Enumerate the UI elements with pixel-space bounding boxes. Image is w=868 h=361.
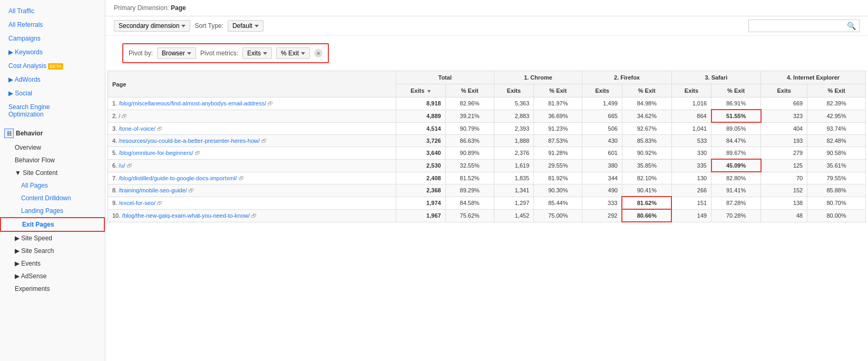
main-header: Primary Dimension: Page xyxy=(105,0,868,16)
ff-pct-cell: 34.62% xyxy=(622,110,671,122)
sidebar-item-campaigns[interactable]: Campaigns xyxy=(0,32,105,45)
sidebar-item-overview[interactable]: Overview xyxy=(0,141,105,154)
sidebar-item-content-drilldown[interactable]: Content Drilldown xyxy=(0,192,105,204)
safari-pct-cell: 70.28% xyxy=(711,209,761,222)
safari-exits-cell: 533 xyxy=(671,135,711,147)
row-num: 3. xyxy=(112,125,117,132)
pivot-by-dropdown[interactable]: Browser xyxy=(157,47,196,59)
pivot-by-value: Browser xyxy=(162,50,185,57)
ff-exits-cell: 380 xyxy=(582,159,622,172)
sidebar-item-seo[interactable]: Search EngineOptimization xyxy=(0,100,105,121)
sidebar-item-cost-analysis[interactable]: Cost AnalysisBETA xyxy=(0,59,105,73)
pivot-close-button[interactable]: ✕ xyxy=(314,49,323,57)
page-link[interactable]: /u/ xyxy=(119,162,125,169)
page-link[interactable]: / xyxy=(119,113,120,119)
ie-pct-cell: 80.70% xyxy=(807,197,866,209)
page-link[interactable]: /blog/distilled/guide-to-google-docs-imp… xyxy=(119,175,237,181)
ie-exits-cell: 279 xyxy=(761,147,807,160)
search-input[interactable] xyxy=(752,22,847,30)
sidebar-item-landing-pages[interactable]: Landing Pages xyxy=(0,204,105,217)
total-exits-cell: 2,368 xyxy=(396,184,445,197)
sub-ie-pct: % Exit xyxy=(807,84,866,97)
safari-pct-cell: 89.05% xyxy=(711,122,761,135)
primary-dimension-value: Page xyxy=(171,4,186,12)
sidebar-item-all-traffic[interactable]: All Traffic xyxy=(0,4,105,18)
row-num: 10. xyxy=(112,212,120,219)
sub-safari-pct: % Exit xyxy=(711,84,761,97)
page-link[interactable]: /tone-of-voice/ xyxy=(119,125,155,132)
pivot-by-label: Pivot by: xyxy=(129,50,153,57)
col-total: Total xyxy=(396,71,494,84)
external-link-icon: 🗗 xyxy=(189,188,194,193)
row-num: 9. xyxy=(112,200,117,206)
safari-pct-cell: 87.28% xyxy=(711,197,761,209)
page-link[interactable]: /blog/omniture-for-beginners/ xyxy=(119,150,193,156)
row-num: 5. xyxy=(112,150,117,156)
chrome-pct-cell: 81.97% xyxy=(534,97,582,110)
sidebar-item-adsense[interactable]: ▶ AdSense xyxy=(0,270,105,282)
chrome-pct-cell: 87.53% xyxy=(534,135,582,147)
search-box[interactable]: 🔍 xyxy=(748,19,860,32)
sidebar-item-exit-pages[interactable]: Exit Pages xyxy=(0,217,105,232)
safari-exits-cell: 864 xyxy=(671,110,711,122)
chrome-exits-cell: 1,888 xyxy=(494,135,534,147)
ie-pct-cell: 42.95% xyxy=(807,110,866,122)
row-num: 8. xyxy=(112,187,117,193)
pivot-pct-exit-dropdown[interactable]: % Exit xyxy=(276,47,310,59)
sidebar-item-site-speed[interactable]: ▶ Site Speed xyxy=(0,232,105,245)
sidebar-item-behavior-flow[interactable]: Behavior Flow xyxy=(0,154,105,167)
total-pct-cell: 32.55% xyxy=(445,159,494,172)
table-row: 8. /training/mobile-seo-guide/ 🗗 xyxy=(108,184,396,197)
chrome-exits-cell: 1,297 xyxy=(494,197,534,209)
sort-icon xyxy=(427,90,431,93)
beta-badge: BETA xyxy=(48,63,63,70)
sidebar-item-site-content[interactable]: ▼ Site Content xyxy=(0,167,105,179)
sidebar-item-social[interactable]: ▶ Social xyxy=(0,86,105,100)
sidebar-item-experiments[interactable]: Experiments xyxy=(0,282,105,295)
row-num: 6. xyxy=(112,162,117,169)
chrome-pct-cell: 85.44% xyxy=(534,197,582,209)
page-link[interactable]: /excel-for-seo/ xyxy=(119,200,155,206)
sidebar-item-events[interactable]: ▶ Events xyxy=(0,257,105,270)
safari-pct-cell: 82.80% xyxy=(711,172,761,184)
sidebar-item-adwords[interactable]: ▶ AdWords xyxy=(0,73,105,86)
ie-exits-cell: 323 xyxy=(761,110,807,122)
sidebar-item-keywords[interactable]: ▶ Keywords xyxy=(0,45,105,59)
chrome-pct-cell: 91.28% xyxy=(534,147,582,160)
sidebar-item-all-referrals[interactable]: All Referrals xyxy=(0,18,105,32)
total-exits-cell: 4,889 xyxy=(396,110,445,122)
safari-exits-cell: 149 xyxy=(671,209,711,222)
safari-exits-cell: 266 xyxy=(671,184,711,197)
ff-pct-cell: 82.10% xyxy=(622,172,671,184)
sort-type-dropdown[interactable]: Default xyxy=(228,20,264,32)
safari-pct-cell: 84.47% xyxy=(711,135,761,147)
external-link-icon: 🗗 xyxy=(157,126,162,132)
page-link[interactable]: /blog/miscellaneous/find-almost-anybodys… xyxy=(119,100,266,106)
primary-dimension-label: Primary Dimension: xyxy=(114,4,169,12)
safari-exits-cell: 335 xyxy=(671,159,711,172)
page-link[interactable]: /blog/the-new-gaiq-exam-what-you-need-to… xyxy=(122,212,250,219)
total-pct-cell: 86.63% xyxy=(445,135,494,147)
sub-ff-exits: Exits xyxy=(582,84,622,97)
table-row: 6. /u/ 🗗 xyxy=(108,159,396,172)
sidebar-item-site-search[interactable]: ▶ Site Search xyxy=(0,245,105,257)
ff-pct-cell: 85.83% xyxy=(622,135,671,147)
ff-exits-cell: 601 xyxy=(582,147,622,160)
ff-pct-cell: 92.67% xyxy=(622,122,671,135)
secondary-dimension-dropdown[interactable]: Secondary dimension xyxy=(114,20,190,32)
ff-exits-cell: 490 xyxy=(582,184,622,197)
total-pct-cell: 81.52% xyxy=(445,172,494,184)
page-link[interactable]: /training/mobile-seo-guide/ xyxy=(119,187,187,193)
chrome-exits-cell: 2,393 xyxy=(494,122,534,135)
sort-type-label: Sort Type: xyxy=(194,22,223,30)
safari-pct-cell: 91.41% xyxy=(711,184,761,197)
pivot-exits-dropdown[interactable]: Exits xyxy=(242,47,272,59)
safari-exits-cell: 151 xyxy=(671,197,711,209)
ff-exits-cell: 1,499 xyxy=(582,97,622,110)
sidebar-item-all-pages[interactable]: All Pages xyxy=(0,179,105,192)
secondary-dimension-arrow xyxy=(181,25,186,27)
col-ie: 4. Internet Explorer xyxy=(761,71,866,84)
safari-exits-cell: 130 xyxy=(671,172,711,184)
page-link[interactable]: /resources/you-could-be-a-better-present… xyxy=(119,138,260,144)
ff-pct-cell: 84.98% xyxy=(622,97,671,110)
